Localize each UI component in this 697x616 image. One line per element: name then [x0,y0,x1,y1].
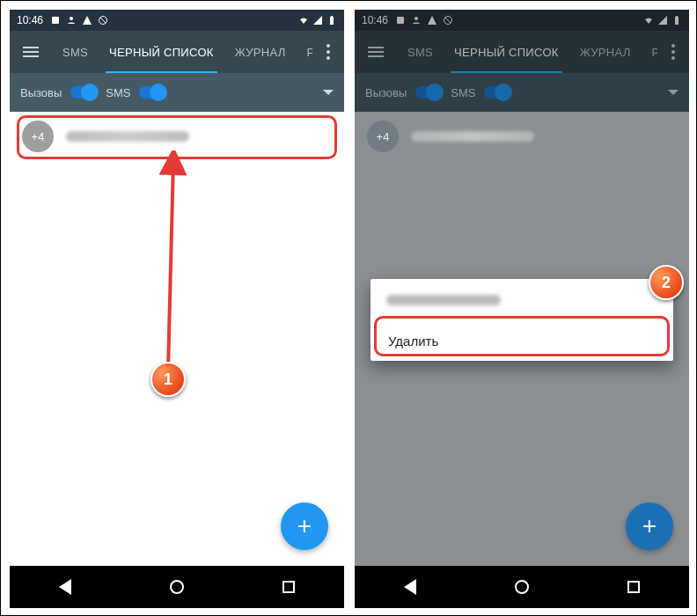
battery-icon [326,15,337,26]
avatar-badge: +4 [22,121,54,152]
annotation-marker-1: 1 [150,362,186,397]
more-vert-icon [326,44,330,60]
android-nav-bar [10,566,344,608]
overflow-menu-button[interactable] [312,31,344,73]
blacklist-entry: +4 [355,112,689,161]
filter-bar: Вызовы SMS [10,73,344,112]
status-time: 10:46 [17,14,43,26]
top-app-bar: SMS ЧЕРНЫЙ СПИСОК ЖУРНАЛ РА [355,31,689,73]
blurred-phone-number [66,131,189,142]
toggle-calls[interactable] [415,86,442,99]
status-icons-right [643,15,682,26]
block-icon [98,15,108,26]
menu-button[interactable] [10,31,52,73]
svg-rect-6 [397,17,404,24]
toggle-sms[interactable] [139,86,165,99]
blacklist-content: +4 + [10,112,344,566]
svg-rect-9 [675,17,679,25]
person-icon [411,15,422,26]
filter-sms-label: SMS [106,86,130,99]
toggle-calls[interactable] [70,86,97,99]
top-app-bar: SMS ЧЕРНЫЙ СПИСОК ЖУРНАЛ РА [10,31,344,73]
battery-icon [671,15,682,26]
filter-bar: Вызовы SMS [355,73,689,112]
android-nav-bar [355,566,689,608]
blacklist-entry[interactable]: +4 [10,112,344,161]
nav-recents-icon[interactable] [282,581,295,593]
plus-icon: + [642,514,657,539]
svg-point-7 [415,17,418,20]
nav-recents-icon[interactable] [627,581,640,593]
warning-icon [427,15,437,26]
tab-partial[interactable]: РА [642,31,657,73]
svg-point-1 [70,17,73,20]
tab-journal[interactable]: ЖУРНАЛ [569,31,642,73]
status-time: 10:46 [362,14,388,26]
nav-back-icon[interactable] [59,579,71,595]
chevron-down-icon[interactable] [668,90,679,95]
chevron-down-icon[interactable] [323,90,334,95]
overflow-menu-button[interactable] [657,31,689,73]
svg-rect-3 [330,17,334,25]
menu-button[interactable] [355,31,397,73]
phone-screenshot-step1: 10:46 SMS ЧЕРНЫЙ СПИСОК ЖУРНАЛ РА Вызовы [10,10,344,608]
hamburger-icon [368,47,384,57]
hamburger-icon [23,47,39,57]
status-icons-right [298,15,337,26]
wifi-icon [643,15,654,26]
signal-icon [312,15,323,26]
tab-sms[interactable]: SMS [52,31,99,73]
nav-home-icon[interactable] [170,580,184,594]
status-bar: 10:46 [10,10,344,31]
blacklist-content-dimmed: +4 + Удалить [355,112,689,566]
filter-calls-label: Вызовы [20,86,62,99]
status-icons-left [395,15,453,26]
tabs: SMS ЧЕРНЫЙ СПИСОК ЖУРНАЛ РА [52,31,312,73]
dialog-title-blurred [386,295,501,305]
annotation-marker-2: 2 [649,265,684,300]
notif-icon [50,15,61,26]
person-icon [66,15,77,26]
wifi-icon [298,15,309,26]
toggle-sms[interactable] [484,86,510,99]
tab-blacklist[interactable]: ЧЕРНЫЙ СПИСОК [444,31,569,73]
notif-icon [395,15,406,26]
tab-journal[interactable]: ЖУРНАЛ [224,31,297,73]
filter-calls-label: Вызовы [365,86,407,99]
warning-icon [82,15,92,26]
svg-rect-0 [52,17,59,24]
svg-rect-4 [331,16,333,17]
more-vert-icon [671,44,675,60]
plus-icon: + [297,514,312,539]
status-bar: 10:46 [355,10,689,31]
avatar-badge: +4 [367,121,399,152]
block-icon [443,15,453,26]
tab-blacklist[interactable]: ЧЕРНЫЙ СПИСОК [99,31,224,73]
signal-icon [657,15,668,26]
tabs: SMS ЧЕРНЫЙ СПИСОК ЖУРНАЛ РА [397,31,657,73]
status-icons-left [50,15,108,26]
context-menu-dialog: Удалить [371,279,673,361]
tab-partial[interactable]: РА [297,31,312,73]
nav-home-icon[interactable] [515,580,529,594]
fab-add[interactable]: + [626,502,673,550]
phone-screenshot-step2: 10:46 SMS ЧЕРНЫЙ СПИСОК ЖУРНАЛ РА Вызовы [355,10,689,608]
tab-sms[interactable]: SMS [397,31,444,73]
fab-add[interactable]: + [281,502,328,550]
menu-item-delete[interactable]: Удалить [386,321,657,361]
filter-sms-label: SMS [451,86,475,99]
nav-back-icon[interactable] [404,579,416,595]
blurred-phone-number [411,131,534,142]
svg-rect-10 [676,16,678,17]
